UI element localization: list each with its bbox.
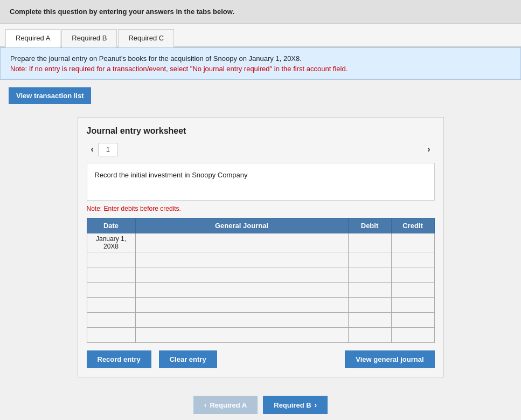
view-general-journal-button[interactable]: View general journal (345, 350, 434, 368)
credit-cell[interactable] (391, 233, 434, 252)
debit-header: Debit (348, 218, 391, 233)
date-header: Date (87, 218, 135, 233)
tabs-bar: Required A Required B Required C (0, 24, 521, 47)
view-transaction-button[interactable]: View transaction list (9, 87, 91, 104)
table-row (87, 328, 434, 343)
tab-required-b[interactable]: Required B (61, 29, 117, 47)
debit-cell[interactable] (348, 313, 391, 328)
debit-cell[interactable] (348, 252, 391, 267)
next-page-button[interactable]: › (423, 142, 434, 156)
general-journal-cell[interactable] (135, 233, 348, 252)
next-required-button[interactable]: Required B › (263, 396, 328, 414)
date-cell (87, 283, 135, 298)
bottom-navigation: ‹ Required A Required B › (0, 386, 521, 419)
debit-input[interactable] (349, 283, 391, 297)
general-journal-input[interactable] (136, 267, 348, 282)
general-journal-cell[interactable] (135, 328, 348, 343)
note-debits: Note: Enter debits before credits. (87, 205, 435, 212)
credit-header: Credit (391, 218, 434, 233)
worksheet-container: Journal entry worksheet ‹ 1 › Record the… (0, 112, 521, 386)
credit-input[interactable] (392, 313, 434, 327)
nav-row: ‹ 1 › (87, 142, 435, 156)
journal-table: Date General Journal Debit Credit Januar… (87, 218, 435, 343)
action-buttons-row: Record entry Clear entry View general jo… (87, 350, 435, 368)
debit-input[interactable] (349, 328, 391, 342)
date-cell: January 1,20X8 (87, 233, 135, 252)
general-journal-cell[interactable] (135, 283, 348, 298)
prev-required-button[interactable]: ‹ Required A (193, 396, 258, 414)
view-general-journal-wrapper: View general journal (345, 350, 434, 368)
general-journal-header: General Journal (135, 218, 348, 233)
date-cell (87, 298, 135, 313)
table-row (87, 298, 434, 313)
credit-cell[interactable] (391, 283, 434, 298)
credit-cell[interactable] (391, 267, 434, 283)
debit-input[interactable] (349, 298, 391, 312)
debit-input[interactable] (349, 233, 391, 252)
credit-input[interactable] (392, 252, 434, 267)
credit-cell[interactable] (391, 252, 434, 267)
table-row (87, 283, 434, 298)
general-journal-input[interactable] (136, 328, 348, 342)
general-journal-cell[interactable] (135, 298, 348, 313)
prev-page-button[interactable]: ‹ (87, 142, 98, 156)
worksheet-box: Journal entry worksheet ‹ 1 › Record the… (78, 117, 444, 377)
credit-cell[interactable] (391, 313, 434, 328)
general-journal-input[interactable] (136, 252, 348, 267)
current-page-number: 1 (98, 143, 118, 156)
debit-input[interactable] (349, 267, 391, 282)
info-note-text: Note: If no entry is required for a tran… (10, 65, 511, 73)
credit-cell[interactable] (391, 298, 434, 313)
date-cell (87, 267, 135, 283)
date-cell (87, 313, 135, 328)
next-arrow-icon: › (315, 401, 317, 409)
date-cell (87, 252, 135, 267)
credit-input[interactable] (392, 233, 434, 252)
table-row (87, 252, 434, 267)
debit-cell[interactable] (348, 267, 391, 283)
worksheet-title: Journal entry worksheet (87, 126, 435, 136)
clear-entry-button[interactable]: Clear entry (159, 350, 217, 368)
credit-input[interactable] (392, 328, 434, 342)
general-journal-cell[interactable] (135, 267, 348, 283)
credit-input[interactable] (392, 283, 434, 297)
general-journal-input[interactable] (136, 313, 348, 327)
general-journal-input[interactable] (136, 298, 348, 312)
prev-label: Required A (210, 401, 247, 409)
record-entry-button[interactable]: Record entry (87, 350, 151, 368)
general-journal-cell[interactable] (135, 252, 348, 267)
prev-arrow-icon: ‹ (204, 401, 207, 409)
general-journal-input[interactable] (136, 233, 348, 252)
credit-input[interactable] (392, 267, 434, 282)
tab-required-c[interactable]: Required C (118, 29, 174, 47)
debit-cell[interactable] (348, 298, 391, 313)
info-main-text: Prepare the journal entry on Peanut's bo… (10, 54, 511, 63)
debit-cell[interactable] (348, 283, 391, 298)
debit-cell[interactable] (348, 233, 391, 252)
credit-cell[interactable] (391, 328, 434, 343)
debit-input[interactable] (349, 313, 391, 327)
debit-cell[interactable] (348, 328, 391, 343)
general-journal-cell[interactable] (135, 313, 348, 328)
description-text: Record the initial investment in Snoopy … (95, 171, 248, 179)
info-box: Prepare the journal entry on Peanut's bo… (0, 47, 521, 80)
debit-input[interactable] (349, 252, 391, 267)
top-instruction: Complete this question by entering your … (0, 0, 521, 24)
table-row: January 1,20X8 (87, 233, 434, 252)
credit-input[interactable] (392, 298, 434, 312)
instruction-text: Complete this question by entering your … (10, 8, 234, 16)
general-journal-input[interactable] (136, 283, 348, 297)
description-box: Record the initial investment in Snoopy … (87, 163, 435, 201)
date-cell (87, 328, 135, 343)
table-row (87, 313, 434, 328)
next-label: Required B (274, 401, 311, 409)
table-row (87, 267, 434, 283)
tab-required-a[interactable]: Required A (5, 29, 60, 47)
